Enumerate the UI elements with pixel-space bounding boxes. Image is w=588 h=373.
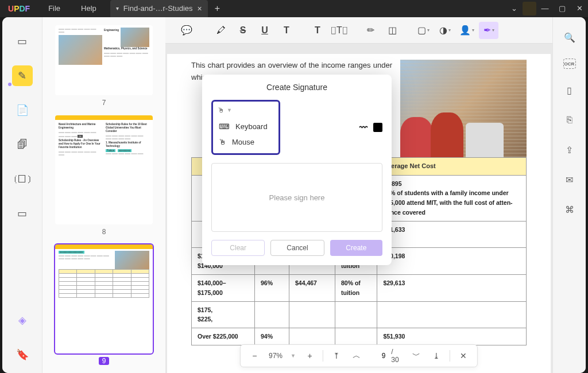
active-marker (8, 83, 11, 86)
table-row: Over $225,000 94% $51,930 (192, 328, 527, 345)
form-tool-icon[interactable]: ▭ (12, 203, 33, 224)
right-sidebar: 🔍 OCR ▯ ⎘ ⇪ ✉ ⌘ (552, 17, 586, 373)
signature-icon[interactable]: ✒▾ (479, 22, 498, 39)
new-tab-button[interactable]: + (208, 3, 227, 14)
page-input[interactable] (368, 352, 385, 360)
stamp-icon[interactable]: 👤▾ (457, 22, 477, 39)
bottom-bar: − 97% ▼ + ⤒ ︿ / 30 ﹀ ⤓ ✕ (240, 344, 478, 367)
mouse-icon: 🖱 (218, 106, 225, 114)
edit-tool-icon[interactable]: 📄 (12, 100, 33, 121)
signature-placeholder: Please sign here (269, 193, 325, 202)
input-keyboard-option[interactable]: ⌨ Keyboard (213, 119, 278, 134)
organize-tool-icon[interactable]: 🗐 (12, 134, 33, 155)
sticker-icon[interactable]: ◑▾ (435, 22, 455, 39)
eraser-icon[interactable]: ◫ (382, 22, 402, 39)
modal-title: Create Signature (202, 75, 392, 100)
menu-help[interactable]: Help (71, 0, 107, 17)
thumbnail-7[interactable]: xxxxx xxxxx xxxxx xxxxx xxxxx xxxxx xxxx… (51, 25, 157, 107)
thumb-label-8: 8 (102, 228, 106, 236)
thumbnail-8[interactable]: Naval Architecture and Marine Engineerin… (51, 115, 157, 236)
tab-title: Find-and-…r-Studies (123, 0, 193, 17)
document-tab[interactable]: ▾ Find-and-…r-Studies × (110, 0, 208, 17)
next-page-button[interactable]: ﹀ (408, 347, 425, 364)
pencil-icon[interactable]: ✏ (361, 22, 380, 39)
close-bar-button[interactable]: ✕ (455, 347, 471, 364)
close-window-icon[interactable]: ✕ (573, 2, 586, 14)
signature-canvas[interactable]: Please sign here (211, 163, 382, 232)
page-total: / 30 (389, 348, 404, 364)
mouse-icon: 🖱 (219, 138, 226, 146)
squiggly-icon[interactable]: T (277, 22, 296, 39)
thumb-label-9: 9 (99, 357, 110, 365)
clear-button[interactable]: Clear (211, 240, 265, 256)
ocr-icon[interactable]: OCR (563, 59, 576, 69)
input-method-trigger[interactable]: 🖱 ▼ (213, 102, 278, 119)
share-icon[interactable]: ⇪ (561, 141, 578, 158)
color-swatch[interactable] (373, 123, 382, 132)
app-logo: UPDF (0, 4, 38, 13)
crest-icon[interactable] (523, 2, 536, 15)
dropdown-caret-icon: ▼ (227, 107, 232, 113)
thumbnail-panel[interactable]: xxxxx xxxxx xxxxx xxxxx xxxxx xxxxx xxxx… (42, 17, 165, 373)
prev-page-button[interactable]: ︿ (348, 347, 365, 364)
last-page-button[interactable]: ⤓ (428, 347, 445, 364)
annotation-toolbar: 💬 🖍 S U T T ⌷T⌷ ✏ ◫ ▢▾ ◑▾ 👤▾ ✒▾ (165, 17, 552, 44)
minimize-icon[interactable]: — (539, 2, 551, 14)
text-icon[interactable]: T (308, 22, 327, 39)
first-page-button[interactable]: ⤒ (328, 347, 345, 364)
close-tab-icon[interactable]: × (198, 0, 202, 17)
zoom-level[interactable]: 97% (266, 352, 285, 360)
input-mouse-option[interactable]: 🖱 Mouse (213, 134, 278, 150)
cancel-button[interactable]: Cancel (270, 240, 324, 256)
table-row: $140,000–$175,000 96% $44,467 80% of tui… (192, 274, 527, 301)
table-row: $175, $225, (192, 301, 527, 328)
textbox-icon[interactable]: ⌷T⌷ (330, 22, 349, 39)
thumbnail-9[interactable]: xxxxxxxxxxxxxxxxxx xxxxx xxxxx xxxxx xxx… (51, 244, 157, 366)
keyboard-icon: ⌨ (219, 122, 230, 131)
window-controls: ⌄ — ▢ ✕ (505, 2, 588, 15)
zoom-caret-icon[interactable]: ▼ (288, 353, 298, 359)
crop-tool-icon[interactable]: ⟮☐⟯ (12, 169, 33, 189)
search-icon[interactable]: 🔍 (561, 29, 578, 46)
reader-mode-icon[interactable]: ▭ (12, 31, 33, 52)
highlighter-icon[interactable]: 🖍 (211, 22, 231, 39)
page-image (400, 60, 527, 157)
comment-icon[interactable]: 💬 (177, 22, 196, 39)
zoom-out-button[interactable]: − (246, 347, 263, 364)
page-display-icon[interactable]: ▯ (561, 81, 578, 99)
mail-icon[interactable]: ✉ (561, 171, 578, 188)
underline-icon[interactable]: U (255, 22, 274, 39)
menu-file[interactable]: File (38, 0, 71, 17)
maximize-icon[interactable]: ▢ (556, 2, 568, 14)
export-icon[interactable]: ⎘ (561, 111, 578, 129)
save-icon[interactable]: ⌘ (561, 201, 578, 218)
titlebar: UPDF File Help ▾ Find-and-…r-Studies × +… (0, 0, 588, 17)
left-tool-sidebar: ▭ ✎ 📄 🗐 ⟮☐⟯ ▭ ◈ 🔖 (2, 17, 42, 373)
create-button[interactable]: Create (330, 240, 382, 256)
layers-icon[interactable]: ◈ (12, 310, 33, 331)
window-dropdown-icon[interactable]: ⌄ (508, 2, 520, 14)
create-signature-modal: Create Signature 🖱 ▼ ⌨ Keyboard 🖱 Mouse … (202, 75, 392, 265)
zoom-in-button[interactable]: + (301, 347, 318, 364)
input-method-menu[interactable]: 🖱 ▼ ⌨ Keyboard 🖱 Mouse (211, 100, 280, 155)
thumb-label-7: 7 (102, 99, 106, 107)
bookmark-icon[interactable]: 🔖 (12, 344, 33, 365)
shape-icon[interactable]: ▢▾ (413, 22, 433, 39)
stroke-style-button[interactable]: 〰 (359, 123, 368, 132)
strikethrough-icon[interactable]: S (233, 22, 253, 39)
highlight-tool-icon[interactable]: ✎ (12, 65, 33, 86)
